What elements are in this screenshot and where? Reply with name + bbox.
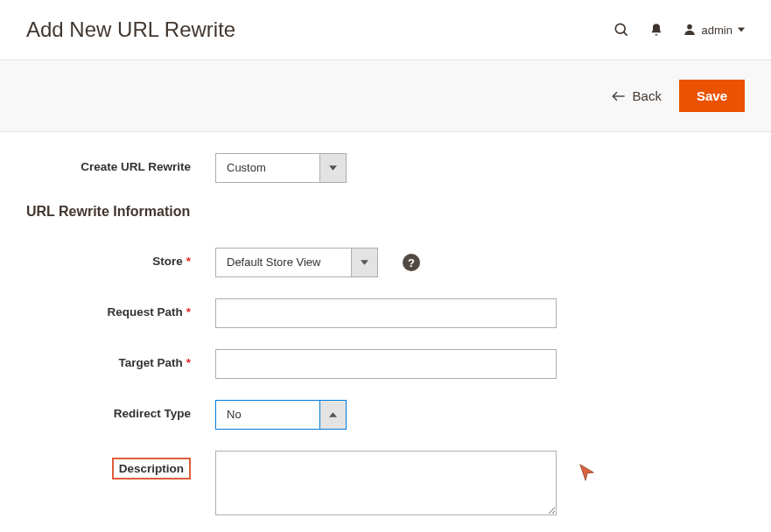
back-label: Back: [633, 88, 662, 103]
page-title: Add New URL Rewrite: [26, 18, 613, 42]
request-path-label: Request Path*: [26, 298, 215, 318]
page-header: Add New URL Rewrite admin: [0, 0, 771, 60]
description-row: Description: [26, 451, 745, 519]
chevron-down-icon: [738, 26, 745, 33]
description-textarea[interactable]: [215, 451, 557, 515]
user-icon: [683, 23, 697, 37]
search-icon[interactable]: [613, 21, 630, 38]
cursor-pointer-icon: [578, 463, 597, 482]
create-rewrite-row: Create URL Rewrite Custom: [26, 153, 745, 183]
bell-icon[interactable]: [649, 22, 663, 38]
chevron-down-icon: [351, 248, 377, 276]
redirect-type-value: No: [216, 401, 319, 429]
description-label: Description: [112, 458, 191, 480]
target-path-row: Target Path*: [26, 349, 745, 379]
chevron-down-icon: [319, 154, 346, 182]
svg-line-1: [623, 32, 627, 36]
request-path-row: Request Path*: [26, 298, 745, 328]
description-label-wrap: Description: [26, 451, 215, 480]
create-rewrite-label: Create URL Rewrite: [26, 153, 215, 173]
svg-point-0: [615, 24, 625, 33]
redirect-type-row: Redirect Type No: [26, 400, 745, 430]
back-button[interactable]: Back: [612, 88, 662, 103]
target-path-label: Target Path*: [26, 349, 215, 369]
header-actions: admin: [613, 21, 745, 38]
create-rewrite-select[interactable]: Custom: [215, 153, 347, 183]
store-label: Store*: [26, 248, 215, 268]
redirect-type-select[interactable]: No: [215, 400, 347, 430]
store-row: Store* Default Store View ?: [26, 248, 745, 277]
help-icon[interactable]: ?: [403, 254, 420, 271]
store-value: Default Store View: [216, 248, 351, 276]
create-rewrite-value: Custom: [216, 154, 319, 182]
form-area: Create URL Rewrite Custom URL Rewrite In…: [0, 132, 771, 532]
save-button[interactable]: Save: [679, 80, 745, 112]
request-path-input[interactable]: [215, 298, 557, 328]
target-path-input[interactable]: [215, 349, 557, 379]
chevron-up-icon: [319, 401, 346, 429]
admin-account-dropdown[interactable]: admin: [683, 23, 745, 37]
redirect-type-label: Redirect Type: [26, 400, 215, 420]
store-select[interactable]: Default Store View: [215, 248, 378, 277]
section-title: URL Rewrite Information: [26, 204, 745, 220]
arrow-left-icon: [612, 91, 626, 102]
action-toolbar: Back Save: [0, 60, 771, 132]
svg-point-2: [687, 24, 692, 30]
admin-label: admin: [702, 24, 732, 37]
